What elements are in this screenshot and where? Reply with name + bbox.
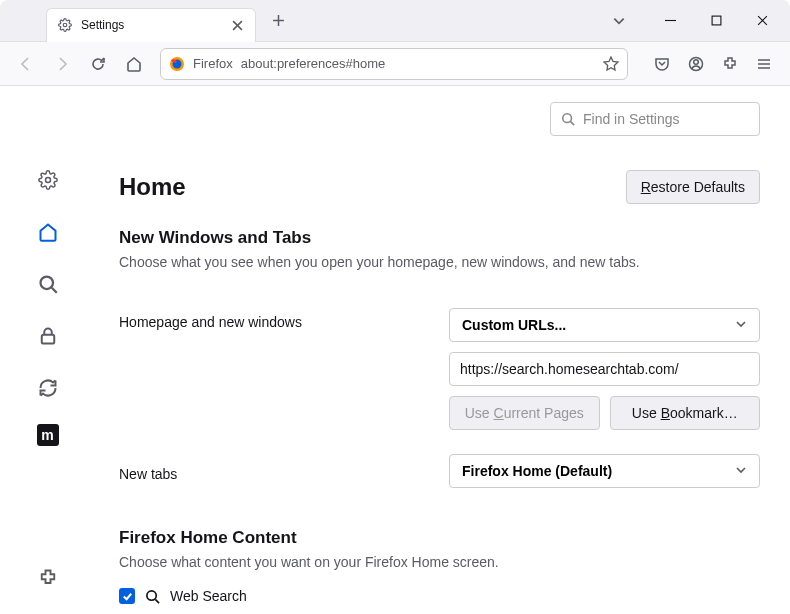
browser-tab[interactable]: Settings xyxy=(46,8,256,42)
maximize-button[interactable] xyxy=(696,5,736,37)
sidebar-home[interactable] xyxy=(32,216,64,248)
svg-point-10 xyxy=(147,590,156,599)
homepage-select-value: Custom URLs... xyxy=(462,317,566,333)
reload-button[interactable] xyxy=(82,48,114,80)
homepage-url-input[interactable] xyxy=(449,352,760,386)
pocket-button[interactable] xyxy=(646,48,678,80)
sidebar-sync[interactable] xyxy=(32,372,64,404)
section-home-content-desc: Choose what content you want on your Fir… xyxy=(119,554,760,570)
content: Find in Settings Home Restore Defaults N… xyxy=(95,86,790,614)
check-icon xyxy=(122,591,133,602)
sidebar-general[interactable] xyxy=(32,164,64,196)
chevron-down-icon xyxy=(735,317,747,333)
close-icon[interactable] xyxy=(229,17,245,33)
svg-rect-8 xyxy=(41,335,54,344)
section-home-content-title: Firefox Home Content xyxy=(119,528,760,548)
sidebar-extensions[interactable] xyxy=(32,562,64,594)
extensions-button[interactable] xyxy=(714,48,746,80)
find-in-settings[interactable]: Find in Settings xyxy=(550,102,760,136)
tab-title: Settings xyxy=(81,18,221,32)
sidebar-more[interactable]: m xyxy=(37,424,59,446)
urlbar-text: about:preferences#home xyxy=(241,56,595,71)
forward-button[interactable] xyxy=(46,48,78,80)
svg-point-5 xyxy=(694,59,699,64)
new-tab-button[interactable] xyxy=(264,7,292,35)
newtabs-label: New tabs xyxy=(119,460,449,482)
sidebar-privacy[interactable] xyxy=(32,320,64,352)
find-placeholder: Find in Settings xyxy=(583,111,680,127)
main: m Find in Settings Home Restore Defaults… xyxy=(0,86,790,614)
bookmark-star-icon[interactable] xyxy=(603,56,619,72)
menu-button[interactable] xyxy=(748,48,780,80)
use-bookmark-button[interactable]: Use Bookmark… xyxy=(610,396,761,430)
home-button[interactable] xyxy=(118,48,150,80)
svg-point-7 xyxy=(40,277,53,290)
sidebar: m xyxy=(0,86,95,614)
svg-point-9 xyxy=(563,114,572,123)
use-current-pages-button[interactable]: Use Current Pages xyxy=(449,396,600,430)
svg-rect-1 xyxy=(712,16,721,25)
urlbar-label: Firefox xyxy=(193,56,233,71)
chevron-down-icon[interactable] xyxy=(612,14,626,28)
minimize-button[interactable] xyxy=(650,5,690,37)
search-icon xyxy=(561,112,575,126)
section-new-windows-title: New Windows and Tabs xyxy=(119,228,760,248)
websearch-checkbox[interactable] xyxy=(119,588,135,604)
toolbar: Firefox about:preferences#home xyxy=(0,42,790,86)
websearch-label: Web Search xyxy=(170,588,247,604)
sidebar-search[interactable] xyxy=(32,268,64,300)
titlebar: Settings xyxy=(0,0,790,42)
back-button[interactable] xyxy=(10,48,42,80)
newtabs-select-value: Firefox Home (Default) xyxy=(462,463,612,479)
svg-point-0 xyxy=(63,23,67,27)
firefox-icon xyxy=(169,56,185,72)
url-bar[interactable]: Firefox about:preferences#home xyxy=(160,48,628,80)
account-button[interactable] xyxy=(680,48,712,80)
search-icon xyxy=(145,589,160,604)
section-new-windows-desc: Choose what you see when you open your h… xyxy=(119,254,760,270)
svg-point-6 xyxy=(45,178,50,183)
chevron-down-icon xyxy=(735,463,747,479)
newtabs-select[interactable]: Firefox Home (Default) xyxy=(449,454,760,488)
restore-defaults-button[interactable]: Restore Defaults xyxy=(626,170,760,204)
homepage-select[interactable]: Custom URLs... xyxy=(449,308,760,342)
close-window-button[interactable] xyxy=(742,5,782,37)
page-title: Home xyxy=(119,173,186,201)
gear-icon xyxy=(57,17,73,33)
homepage-label: Homepage and new windows xyxy=(119,308,449,330)
